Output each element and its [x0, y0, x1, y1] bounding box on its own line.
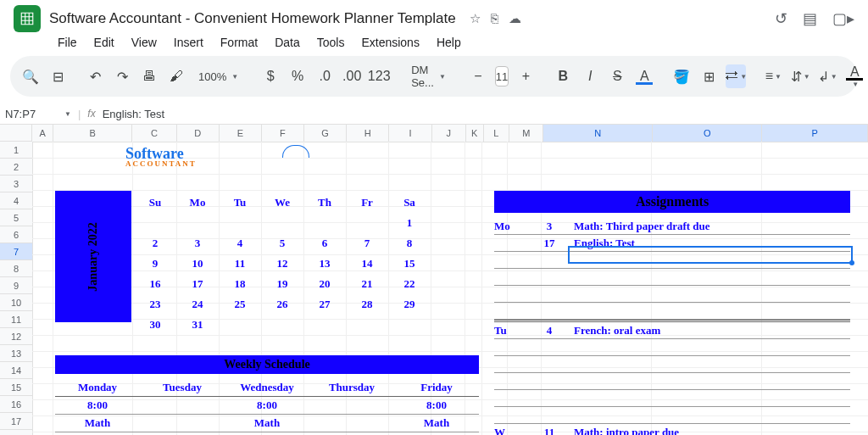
- calendar: SuMoTuWeThFrSa12345678910111213141516171…: [134, 196, 431, 332]
- row-header-18[interactable]: 18: [0, 430, 33, 435]
- italic-icon[interactable]: I: [580, 64, 600, 88]
- col-header-P[interactable]: P: [762, 125, 868, 142]
- row-header-7[interactable]: 7: [0, 243, 33, 260]
- strike-icon[interactable]: S: [607, 64, 627, 88]
- fill-color-icon[interactable]: 🪣: [671, 64, 692, 88]
- doc-title[interactable]: Software Accountant - Convenient Homewor…: [49, 10, 456, 27]
- assignments-header: Assignments: [494, 191, 850, 213]
- zoom-select[interactable]: 100%▼: [193, 64, 243, 88]
- dec-decrease-icon[interactable]: .0: [314, 64, 335, 88]
- col-header-C[interactable]: C: [132, 125, 176, 142]
- row-header-5[interactable]: 5: [0, 209, 33, 226]
- menu-format[interactable]: Format: [214, 34, 264, 51]
- text-color-icon[interactable]: A: [634, 64, 654, 88]
- percent-icon[interactable]: %: [287, 64, 308, 88]
- col-header-I[interactable]: I: [389, 125, 431, 142]
- row-header-6[interactable]: 6: [0, 226, 33, 243]
- move-icon[interactable]: ⎘: [491, 11, 498, 26]
- col-header-O[interactable]: O: [653, 125, 762, 142]
- row-header-12[interactable]: 12: [0, 328, 33, 345]
- currency-icon[interactable]: $: [260, 64, 281, 88]
- menu-data[interactable]: Data: [268, 34, 307, 51]
- month-label: January 2022: [86, 222, 100, 291]
- col-header-H[interactable]: H: [347, 125, 389, 142]
- halign-icon[interactable]: ≡▼: [763, 64, 783, 88]
- menu-view[interactable]: View: [125, 34, 164, 51]
- row-header-9[interactable]: 9: [0, 277, 33, 294]
- col-header-K[interactable]: K: [466, 125, 484, 142]
- col-header-A[interactable]: A: [32, 125, 53, 142]
- title-bar: Software Accountant - Convenient Homewor…: [0, 0, 868, 32]
- redo-icon[interactable]: ↷: [112, 64, 132, 88]
- name-box-row: N7:P7 ▼ | fx English: Test: [0, 103, 868, 125]
- merge-icon[interactable]: ⮂▼: [726, 64, 746, 88]
- formula-bar[interactable]: English: Test: [103, 108, 164, 120]
- menu-help[interactable]: Help: [430, 34, 468, 51]
- font-select[interactable]: DM Se...▼: [406, 64, 451, 88]
- history-icon[interactable]: ↺: [775, 9, 787, 28]
- col-header-E[interactable]: E: [220, 125, 262, 142]
- row-header-17[interactable]: 17: [0, 413, 33, 430]
- fx-icon: fx: [87, 108, 95, 120]
- weekly-schedule-header: Weekly Schedule: [55, 355, 479, 374]
- menu-tools[interactable]: Tools: [310, 34, 352, 51]
- cloud-icon[interactable]: ☁: [509, 11, 521, 26]
- valign-icon[interactable]: ⇵▼: [790, 64, 810, 88]
- unknown-icon[interactable]: ⊟: [47, 64, 68, 88]
- sheets-logo[interactable]: [14, 5, 41, 32]
- col-header-J[interactable]: J: [432, 125, 466, 142]
- star-icon[interactable]: ☆: [470, 11, 481, 26]
- row-header-8[interactable]: 8: [0, 260, 33, 277]
- row-header-4[interactable]: 4: [0, 192, 33, 209]
- sheet-content: Software ACCOUNTANT January 2022 SuMoTuW…: [32, 142, 868, 435]
- menu-insert[interactable]: Insert: [167, 34, 210, 51]
- toolbar: 🔍 ⊟ ↶ ↷ 🖶 🖌 100%▼ $ % .0 .00 123 DM Se..…: [10, 56, 858, 97]
- row-header-2[interactable]: 2: [0, 159, 33, 176]
- rotate-icon[interactable]: A▼: [844, 64, 865, 88]
- month-box: January 2022: [55, 191, 131, 322]
- comment-icon[interactable]: ▤: [803, 9, 817, 28]
- wrap-icon[interactable]: ↲▼: [817, 64, 837, 88]
- font-size-input[interactable]: 11: [495, 66, 509, 86]
- row-header-1[interactable]: 1: [0, 142, 33, 159]
- menu-bar: FileEditViewInsertFormatDataToolsExtensi…: [0, 32, 868, 56]
- row-header-15[interactable]: 15: [0, 379, 33, 396]
- col-header-M[interactable]: M: [509, 125, 543, 142]
- font-inc-icon[interactable]: +: [515, 64, 536, 88]
- row-header-13[interactable]: 13: [0, 345, 33, 362]
- paint-format-icon[interactable]: 🖌: [166, 64, 186, 88]
- name-dropdown-icon[interactable]: ▼: [64, 110, 71, 118]
- col-header-F[interactable]: F: [262, 125, 304, 142]
- bold-icon[interactable]: B: [553, 64, 573, 88]
- row-header-16[interactable]: 16: [0, 396, 33, 413]
- more-formats-icon[interactable]: 123: [369, 64, 389, 88]
- undo-icon[interactable]: ↶: [85, 64, 105, 88]
- menu-extensions[interactable]: Extensions: [354, 34, 426, 51]
- name-box[interactable]: N7:P7: [5, 108, 56, 120]
- col-header-D[interactable]: D: [177, 125, 220, 142]
- spreadsheet-grid[interactable]: ABCDEFGHIJKLMNOP 12345678910111213141516…: [0, 125, 868, 435]
- row-header-3[interactable]: 3: [0, 176, 33, 192]
- row-header-11[interactable]: 11: [0, 311, 33, 328]
- dec-increase-icon[interactable]: .00: [342, 64, 362, 88]
- software-accountant-logo: Software ACCOUNTANT: [125, 145, 197, 168]
- select-all-corner[interactable]: [0, 125, 32, 142]
- menu-edit[interactable]: Edit: [87, 34, 121, 51]
- row-header-10[interactable]: 10: [0, 294, 33, 311]
- print-icon[interactable]: 🖶: [139, 64, 159, 88]
- borders-icon[interactable]: ⊞: [698, 64, 719, 88]
- search-icon[interactable]: 🔍: [20, 64, 41, 88]
- menu-file[interactable]: File: [51, 34, 84, 51]
- col-header-L[interactable]: L: [484, 125, 510, 142]
- meet-icon[interactable]: ▢▸: [832, 9, 854, 28]
- font-dec-icon[interactable]: −: [468, 64, 488, 88]
- col-header-G[interactable]: G: [304, 125, 347, 142]
- col-header-B[interactable]: B: [53, 125, 132, 142]
- assignments-list: Mo3Math: Third paper draft due17English:…: [494, 218, 850, 435]
- row-header-14[interactable]: 14: [0, 362, 33, 379]
- weekly-schedule: MondayTuesdayWednesdayThursdayFriday8:00…: [55, 379, 479, 435]
- col-header-N[interactable]: N: [543, 125, 653, 142]
